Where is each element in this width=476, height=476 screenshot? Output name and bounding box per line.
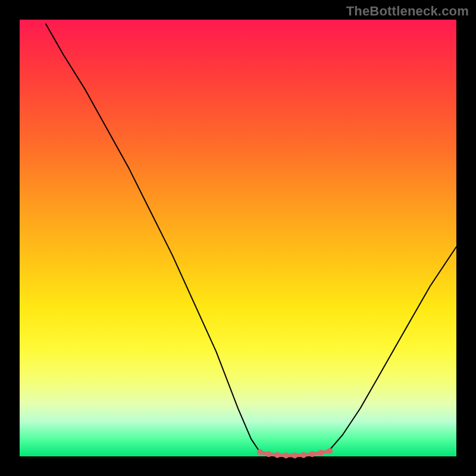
- curve-right: [330, 247, 456, 450]
- watermark-text: TheBottleneck.com: [346, 4, 469, 19]
- valley-dot: [318, 450, 324, 456]
- valley-dot: [300, 452, 306, 458]
- valley-dot: [292, 453, 298, 459]
- valley-dot: [257, 449, 263, 455]
- curve-left: [46, 24, 264, 454]
- valley-dot: [265, 451, 271, 457]
- valley-dot: [283, 453, 289, 459]
- curve-layer: [20, 20, 456, 456]
- valley-dot: [309, 451, 315, 457]
- valley-highlight-dots: [257, 448, 333, 458]
- valley-dot: [274, 452, 280, 458]
- chart-frame: TheBottleneck.com: [0, 0, 476, 476]
- valley-dot: [327, 448, 333, 454]
- plot-area: [20, 20, 456, 456]
